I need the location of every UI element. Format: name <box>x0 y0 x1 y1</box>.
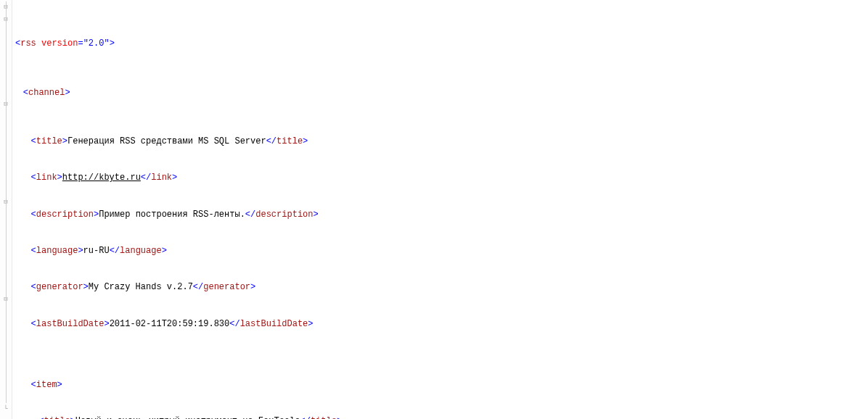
fold-line <box>0 367 12 379</box>
fold-gutter: ⊟ ⊟ ⊟ ⊟ ⊟ └ <box>0 0 12 419</box>
fold-line <box>0 159 12 172</box>
fold-line <box>0 172 12 184</box>
fold-line <box>0 38 12 50</box>
fold-line <box>0 62 12 75</box>
xml-line: <lastBuildDate>2011-02-11T20:59:19.830</… <box>15 318 776 331</box>
fold-line <box>0 136 12 148</box>
fold-toggle[interactable]: ⊟ <box>0 294 12 306</box>
fold-line <box>0 233 12 245</box>
fold-line <box>0 111 12 123</box>
xml-line: <link>http://kbyte.ru</link> <box>15 172 776 184</box>
fold-line <box>0 257 12 270</box>
fold-line <box>0 220 12 233</box>
xml-line: <channel> <box>15 87 776 99</box>
fold-line <box>0 26 12 38</box>
fold-toggle[interactable]: ⊟ <box>0 14 12 26</box>
fold-line <box>0 50 12 62</box>
fold-line <box>0 306 12 318</box>
fold-line <box>0 331 12 343</box>
fold-toggle[interactable]: ⊟ <box>0 1 12 14</box>
fold-line <box>0 318 12 331</box>
code-body[interactable]: <rss version="2.0"> <channel> <title>Ген… <box>12 0 776 419</box>
xml-line: <language>ru-RU</language> <box>15 245 776 257</box>
xml-line: <item> <box>15 379 776 391</box>
fold-line <box>0 391 12 404</box>
xml-line: <rss version="2.0"> <box>15 38 776 50</box>
fold-line <box>0 184 12 196</box>
fold-line <box>0 270 12 282</box>
fold-line <box>0 245 12 257</box>
fold-toggle[interactable]: ⊟ <box>0 196 12 209</box>
fold-line <box>0 209 12 221</box>
url-link[interactable]: http://kbyte.ru <box>62 173 141 183</box>
fold-line <box>0 75 12 87</box>
fold-toggle[interactable]: ⊟ <box>0 99 12 111</box>
xml-line: <description>Пример построения RSS-ленты… <box>15 209 776 221</box>
fold-line <box>0 379 12 391</box>
xml-line: <title>Генерация RSS средствами MS SQL S… <box>15 136 776 148</box>
code-editor: ⊟ ⊟ ⊟ ⊟ ⊟ └ <rss version <box>0 0 868 419</box>
fold-line <box>0 87 12 99</box>
fold-line <box>0 281 12 294</box>
fold-line <box>0 148 12 160</box>
fold-line <box>0 342 12 354</box>
fold-line <box>0 354 12 367</box>
fold-line <box>0 123 12 136</box>
xml-line: <generator>My Crazy Hands v.2.7</generat… <box>15 281 776 294</box>
fold-end: └ <box>0 403 12 415</box>
xml-line: <title>Новый и очень хитрый инструмент н… <box>15 415 776 419</box>
